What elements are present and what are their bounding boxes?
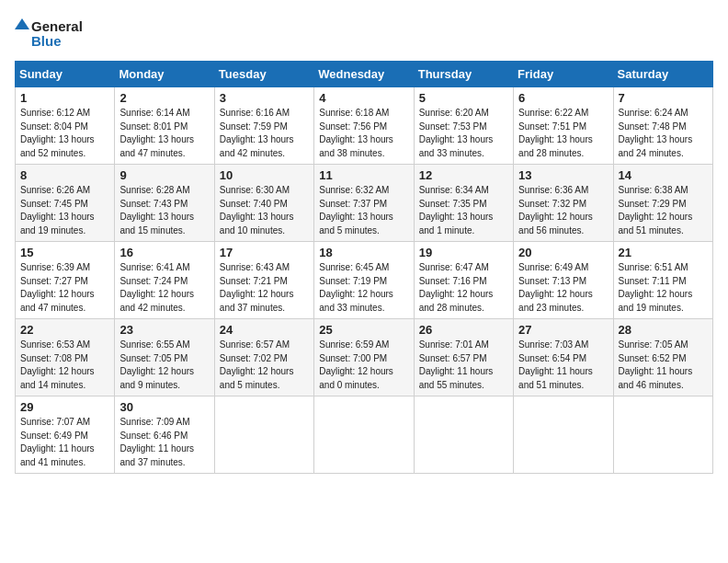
table-row — [214, 396, 313, 474]
day-info: Sunrise: 6:47 AMSunset: 7:16 PMDaylight:… — [419, 261, 508, 315]
day-number: 20 — [518, 246, 608, 259]
day-info: Sunrise: 6:14 AMSunset: 8:01 PMDaylight:… — [119, 107, 209, 160]
day-number: 18 — [319, 246, 408, 259]
table-row: 27 Sunrise: 7:03 AMSunset: 6:54 PMDaylig… — [514, 319, 613, 396]
table-row: 7 Sunrise: 6:24 AMSunset: 7:48 PMDayligh… — [613, 87, 712, 165]
table-row: 28 Sunrise: 7:05 AMSunset: 6:52 PMDaylig… — [613, 319, 712, 396]
day-number: 4 — [319, 91, 408, 105]
day-number: 12 — [419, 168, 508, 182]
day-number: 17 — [220, 246, 309, 259]
day-number: 11 — [319, 168, 408, 182]
day-info: Sunrise: 7:01 AMSunset: 6:57 PMDaylight:… — [419, 339, 508, 392]
day-number: 24 — [220, 323, 309, 337]
day-number: 25 — [319, 323, 408, 337]
table-row — [514, 396, 613, 474]
day-info: Sunrise: 7:05 AMSunset: 6:52 PMDaylight:… — [619, 339, 708, 392]
day-info: Sunrise: 6:18 AMSunset: 7:56 PMDaylight:… — [319, 107, 408, 160]
table-row: 3 Sunrise: 6:16 AMSunset: 7:59 PMDayligh… — [214, 87, 313, 165]
table-row: 12 Sunrise: 6:34 AMSunset: 7:35 PMDaylig… — [414, 165, 513, 242]
table-row: 25 Sunrise: 6:59 AMSunset: 7:00 PMDaylig… — [314, 319, 414, 396]
table-row — [314, 396, 414, 474]
col-wednesday: Wednesday — [314, 62, 414, 87]
day-number: 5 — [419, 91, 508, 105]
table-row: 22 Sunrise: 6:53 AMSunset: 7:08 PMDaylig… — [16, 319, 115, 396]
day-number: 29 — [20, 400, 109, 414]
calendar-week-row: 15 Sunrise: 6:39 AMSunset: 7:27 PMDaylig… — [16, 242, 713, 319]
day-number: 8 — [20, 168, 109, 182]
col-sunday: Sunday — [16, 62, 115, 87]
table-row: 24 Sunrise: 6:57 AMSunset: 7:02 PMDaylig… — [214, 319, 313, 396]
day-info: Sunrise: 6:30 AMSunset: 7:40 PMDaylight:… — [220, 184, 309, 237]
day-info: Sunrise: 6:49 AMSunset: 7:13 PMDaylight:… — [518, 261, 608, 315]
day-number: 13 — [518, 168, 608, 182]
day-number: 15 — [20, 246, 109, 259]
day-info: Sunrise: 7:07 AMSunset: 6:49 PMDaylight:… — [20, 416, 109, 469]
col-saturday: Saturday — [613, 62, 712, 87]
svg-text:Blue: Blue — [31, 33, 62, 49]
day-info: Sunrise: 6:51 AMSunset: 7:11 PMDaylight:… — [619, 261, 708, 315]
day-info: Sunrise: 6:28 AMSunset: 7:43 PMDaylight:… — [119, 184, 209, 237]
day-number: 22 — [20, 323, 109, 337]
day-number: 30 — [119, 400, 209, 414]
day-number: 23 — [119, 323, 209, 337]
day-info: Sunrise: 6:41 AMSunset: 7:24 PMDaylight:… — [119, 261, 209, 315]
table-row: 9 Sunrise: 6:28 AMSunset: 7:43 PMDayligh… — [115, 165, 214, 242]
day-info: Sunrise: 6:57 AMSunset: 7:02 PMDaylight:… — [220, 339, 309, 392]
day-info: Sunrise: 6:59 AMSunset: 7:00 PMDaylight:… — [319, 339, 408, 392]
col-friday: Friday — [514, 62, 613, 87]
table-row — [414, 396, 513, 474]
day-info: Sunrise: 6:43 AMSunset: 7:21 PMDaylight:… — [220, 261, 309, 315]
calendar-week-row: 29 Sunrise: 7:07 AMSunset: 6:49 PMDaylig… — [16, 396, 713, 474]
svg-text:General: General — [31, 18, 83, 34]
day-number: 19 — [419, 246, 508, 259]
table-row: 14 Sunrise: 6:38 AMSunset: 7:29 PMDaylig… — [613, 165, 712, 242]
table-row: 13 Sunrise: 6:36 AMSunset: 7:32 PMDaylig… — [514, 165, 613, 242]
day-info: Sunrise: 6:32 AMSunset: 7:37 PMDaylight:… — [319, 184, 408, 237]
day-info: Sunrise: 6:39 AMSunset: 7:27 PMDaylight:… — [20, 261, 109, 315]
table-row: 2 Sunrise: 6:14 AMSunset: 8:01 PMDayligh… — [115, 87, 214, 165]
day-number: 16 — [119, 246, 209, 259]
table-row: 26 Sunrise: 7:01 AMSunset: 6:57 PMDaylig… — [414, 319, 513, 396]
table-row: 23 Sunrise: 6:55 AMSunset: 7:05 PMDaylig… — [115, 319, 214, 396]
day-number: 21 — [619, 246, 708, 259]
day-number: 1 — [20, 91, 109, 105]
col-tuesday: Tuesday — [214, 62, 313, 87]
logo: General Blue — [15, 15, 97, 52]
day-number: 27 — [518, 323, 608, 337]
day-info: Sunrise: 6:20 AMSunset: 7:53 PMDaylight:… — [419, 107, 508, 160]
calendar-week-row: 8 Sunrise: 6:26 AMSunset: 7:45 PMDayligh… — [16, 165, 713, 242]
day-info: Sunrise: 6:38 AMSunset: 7:29 PMDaylight:… — [619, 184, 708, 237]
day-info: Sunrise: 6:12 AMSunset: 8:04 PMDaylight:… — [20, 107, 109, 160]
day-info: Sunrise: 7:09 AMSunset: 6:46 PMDaylight:… — [119, 416, 209, 469]
day-info: Sunrise: 6:45 AMSunset: 7:19 PMDaylight:… — [319, 261, 408, 315]
calendar-week-row: 1 Sunrise: 6:12 AMSunset: 8:04 PMDayligh… — [16, 87, 713, 165]
day-number: 6 — [518, 91, 608, 105]
table-row: 15 Sunrise: 6:39 AMSunset: 7:27 PMDaylig… — [16, 242, 115, 319]
table-row: 6 Sunrise: 6:22 AMSunset: 7:51 PMDayligh… — [514, 87, 613, 165]
table-row: 5 Sunrise: 6:20 AMSunset: 7:53 PMDayligh… — [414, 87, 513, 165]
day-info: Sunrise: 7:03 AMSunset: 6:54 PMDaylight:… — [518, 339, 608, 392]
day-info: Sunrise: 6:22 AMSunset: 7:51 PMDaylight:… — [518, 107, 608, 160]
table-row: 4 Sunrise: 6:18 AMSunset: 7:56 PMDayligh… — [314, 87, 414, 165]
table-row — [613, 396, 712, 474]
day-number: 14 — [619, 168, 708, 182]
calendar-header-row: Sunday Monday Tuesday Wednesday Thursday… — [16, 62, 713, 87]
day-info: Sunrise: 6:55 AMSunset: 7:05 PMDaylight:… — [119, 339, 209, 392]
day-number: 26 — [419, 323, 508, 337]
day-info: Sunrise: 6:26 AMSunset: 7:45 PMDaylight:… — [20, 184, 109, 237]
table-row: 16 Sunrise: 6:41 AMSunset: 7:24 PMDaylig… — [115, 242, 214, 319]
day-number: 10 — [220, 168, 309, 182]
day-info: Sunrise: 6:36 AMSunset: 7:32 PMDaylight:… — [518, 184, 608, 237]
day-info: Sunrise: 6:53 AMSunset: 7:08 PMDaylight:… — [20, 339, 109, 392]
calendar-week-row: 22 Sunrise: 6:53 AMSunset: 7:08 PMDaylig… — [16, 319, 713, 396]
col-thursday: Thursday — [414, 62, 513, 87]
table-row: 30 Sunrise: 7:09 AMSunset: 6:46 PMDaylig… — [115, 396, 214, 474]
day-info: Sunrise: 6:16 AMSunset: 7:59 PMDaylight:… — [220, 107, 309, 160]
day-number: 3 — [220, 91, 309, 105]
day-number: 9 — [119, 168, 209, 182]
table-row: 19 Sunrise: 6:47 AMSunset: 7:16 PMDaylig… — [414, 242, 513, 319]
table-row: 8 Sunrise: 6:26 AMSunset: 7:45 PMDayligh… — [16, 165, 115, 242]
logo-svg: General Blue — [15, 15, 97, 52]
table-row: 18 Sunrise: 6:45 AMSunset: 7:19 PMDaylig… — [314, 242, 414, 319]
col-monday: Monday — [115, 62, 214, 87]
